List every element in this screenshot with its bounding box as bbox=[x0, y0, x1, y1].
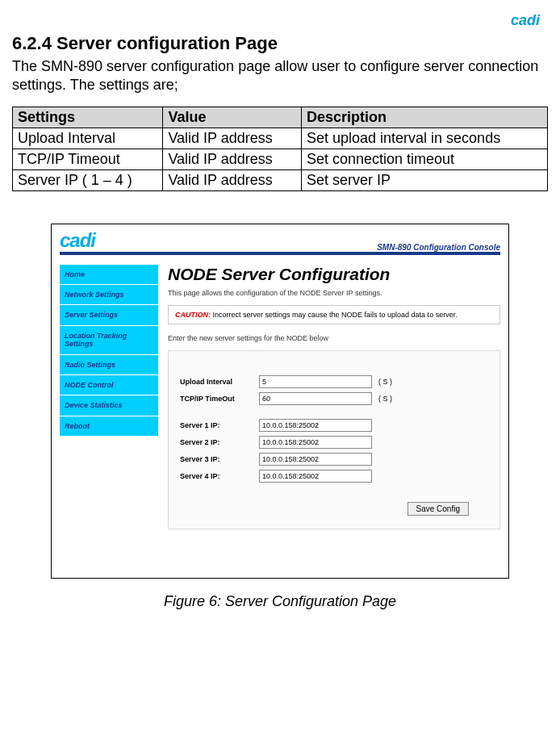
server3-label: Server 3 IP: bbox=[180, 455, 254, 463]
sidebar-item-server[interactable]: Server Settings bbox=[60, 305, 158, 325]
table-cell: Valid IP address bbox=[163, 128, 302, 148]
page-logo-area: cadi bbox=[12, 12, 548, 29]
table-cell: Valid IP address bbox=[163, 148, 302, 169]
caution-text: Incorrect server settings may cause the … bbox=[211, 311, 458, 319]
server4-input[interactable] bbox=[259, 470, 372, 483]
settings-header: Settings bbox=[13, 107, 163, 128]
caution-label: CAUTION: bbox=[175, 311, 211, 319]
tcpip-timeout-label: TCP/IP TimeOut bbox=[180, 395, 254, 403]
tcpip-timeout-input[interactable] bbox=[259, 392, 372, 405]
upload-interval-input[interactable] bbox=[259, 375, 372, 388]
sidebar-item-location[interactable]: Location Tracking Settings bbox=[60, 326, 158, 355]
tcpip-timeout-unit: ( S ) bbox=[378, 395, 392, 403]
form-row-tcpip-timeout: TCP/IP TimeOut ( S ) bbox=[180, 392, 488, 405]
table-cell: Upload Interval bbox=[13, 128, 163, 148]
table-cell: Set server IP bbox=[301, 169, 547, 190]
intro-paragraph: The SMN-890 server configuration page al… bbox=[12, 57, 548, 95]
figure-caption: Figure 6: Server Configuration Page bbox=[12, 593, 548, 610]
sidebar-item-network[interactable]: Network Settings bbox=[60, 285, 158, 305]
server4-label: Server 4 IP: bbox=[180, 472, 254, 480]
save-config-button[interactable]: Save Config bbox=[407, 502, 469, 516]
sidebar-item-reboot[interactable]: Reboot bbox=[60, 416, 158, 436]
table-cell: Set upload interval in seconds bbox=[301, 128, 547, 148]
page-title: NODE Server Configuration bbox=[168, 265, 500, 284]
console-label: SMN-890 Configuration Console bbox=[377, 243, 500, 252]
cadi-logo: cadi bbox=[60, 229, 95, 252]
sidebar: Home Network Settings Server Settings Lo… bbox=[60, 265, 158, 562]
table-cell: Set connection timeout bbox=[301, 148, 547, 169]
caution-box: CAUTION: Incorrect server settings may c… bbox=[168, 305, 500, 324]
settings-table-header-row: Settings Value Description bbox=[13, 107, 548, 128]
sidebar-item-device-stats[interactable]: Device Statistics bbox=[60, 395, 158, 416]
main-content: NODE Server Configuration This page allo… bbox=[168, 265, 500, 562]
sidebar-item-home[interactable]: Home bbox=[60, 265, 158, 285]
embedded-screenshot: cadi SMN-890 Configuration Console Home … bbox=[51, 224, 509, 579]
server3-input[interactable] bbox=[259, 453, 372, 466]
form-row-server3: Server 3 IP: bbox=[180, 453, 488, 466]
table-cell: Valid IP address bbox=[163, 169, 302, 190]
form-row-upload-interval: Upload Interval ( S ) bbox=[180, 375, 488, 388]
server2-label: Server 2 IP: bbox=[180, 438, 254, 446]
form-row-server2: Server 2 IP: bbox=[180, 436, 488, 449]
table-row: Upload Interval Valid IP address Set upl… bbox=[13, 128, 548, 148]
upload-interval-label: Upload Interval bbox=[180, 378, 254, 386]
form-row-server1: Server 1 IP: bbox=[180, 419, 488, 432]
sidebar-item-radio[interactable]: Radio Settings bbox=[60, 355, 158, 375]
table-row: TCP/IP Timeout Valid IP address Set conn… bbox=[13, 148, 548, 169]
sidebar-item-node-control[interactable]: NODE Control bbox=[60, 375, 158, 395]
table-row: Server IP ( 1 – 4 ) Valid IP address Set… bbox=[13, 169, 548, 190]
screenshot-header: cadi SMN-890 Configuration Console bbox=[52, 224, 508, 252]
settings-header: Value bbox=[163, 107, 302, 128]
form-gap bbox=[180, 409, 488, 419]
table-cell: TCP/IP Timeout bbox=[13, 148, 163, 169]
form-region: Upload Interval ( S ) TCP/IP TimeOut ( S… bbox=[168, 350, 500, 529]
section-heading: 6.2.4 Server configuration Page bbox=[12, 33, 548, 54]
server2-input[interactable] bbox=[259, 436, 372, 449]
server1-label: Server 1 IP: bbox=[180, 421, 254, 429]
upload-interval-unit: ( S ) bbox=[378, 378, 392, 386]
table-cell: Server IP ( 1 – 4 ) bbox=[13, 169, 163, 190]
page-logo: cadi bbox=[511, 12, 540, 29]
enter-text: Enter the new server settings for the NO… bbox=[168, 334, 500, 342]
page-subtitle: This page allows the configuration of th… bbox=[168, 289, 500, 297]
settings-table: Settings Value Description Upload Interv… bbox=[12, 107, 548, 191]
save-row: Save Config bbox=[180, 502, 488, 516]
server1-input[interactable] bbox=[259, 419, 372, 432]
settings-header: Description bbox=[301, 107, 547, 128]
form-row-server4: Server 4 IP: bbox=[180, 470, 488, 483]
screenshot-body: Home Network Settings Server Settings Lo… bbox=[52, 255, 508, 578]
